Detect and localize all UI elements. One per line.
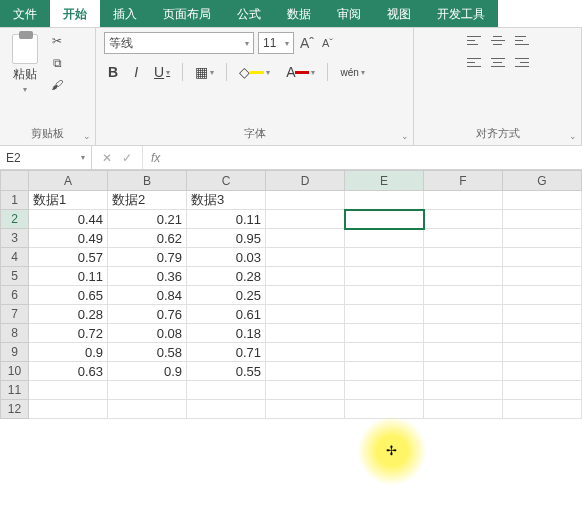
tab-data[interactable]: 数据 [274,0,324,27]
row-12[interactable]: 12 [1,400,29,419]
cell[interactable]: 0.57 [29,248,108,267]
cell[interactable] [187,381,266,400]
cell[interactable]: 0.71 [187,343,266,362]
cell[interactable] [424,248,503,267]
cell[interactable] [345,305,424,324]
tab-view[interactable]: 视图 [374,0,424,27]
cell[interactable] [503,305,582,324]
align-right-button[interactable] [513,54,531,70]
cell[interactable]: 0.76 [108,305,187,324]
tab-formula[interactable]: 公式 [224,0,274,27]
cell[interactable] [345,191,424,210]
cell[interactable] [345,343,424,362]
cell[interactable]: 0.44 [29,210,108,229]
bold-button[interactable]: B [104,62,122,82]
cell[interactable] [503,286,582,305]
cell[interactable]: 0.28 [187,267,266,286]
cell[interactable] [266,305,345,324]
cell[interactable]: 0.55 [187,362,266,381]
cell[interactable]: 0.61 [187,305,266,324]
cell[interactable] [266,381,345,400]
cell[interactable] [266,286,345,305]
underline-button[interactable]: U [150,62,174,82]
cell[interactable] [424,343,503,362]
tab-file[interactable]: 文件 [0,0,50,27]
border-button[interactable]: ▦ [191,62,218,82]
font-name-select[interactable]: 等线▾ [104,32,254,54]
cell[interactable] [345,324,424,343]
align-top-button[interactable] [465,32,483,48]
cell[interactable] [503,267,582,286]
row-1[interactable]: 1 [1,191,29,210]
cell[interactable] [424,324,503,343]
cell[interactable]: 0.49 [29,229,108,248]
cell[interactable]: 0.28 [29,305,108,324]
italic-button[interactable]: I [130,62,142,82]
cell[interactable]: 数据2 [108,191,187,210]
cell[interactable] [503,191,582,210]
cell[interactable] [266,343,345,362]
cell[interactable] [503,210,582,229]
tab-home[interactable]: 开始 [50,0,100,27]
col-E[interactable]: E [345,171,424,191]
tab-insert[interactable]: 插入 [100,0,150,27]
cell[interactable]: 0.18 [187,324,266,343]
spreadsheet-grid[interactable]: A B C D E F G 1数据1数据2数据320.440.210.1130.… [0,170,582,419]
align-bottom-button[interactable] [513,32,531,48]
cell[interactable] [424,381,503,400]
cell[interactable] [424,362,503,381]
increase-font-button[interactable]: Aˆ [298,35,316,51]
cell[interactable]: 0.21 [108,210,187,229]
cell[interactable]: 0.03 [187,248,266,267]
cell[interactable] [503,343,582,362]
cell[interactable]: 0.11 [29,267,108,286]
cell[interactable] [424,400,503,419]
cell[interactable] [345,229,424,248]
row-2[interactable]: 2 [1,210,29,229]
cell[interactable] [266,267,345,286]
phonetic-button[interactable]: wén [336,65,368,80]
row-9[interactable]: 9 [1,343,29,362]
copy-button[interactable]: ⧉ [48,54,66,72]
cell[interactable] [266,362,345,381]
cell[interactable] [503,229,582,248]
row-4[interactable]: 4 [1,248,29,267]
cell[interactable] [266,191,345,210]
cell[interactable]: 0.79 [108,248,187,267]
tab-review[interactable]: 审阅 [324,0,374,27]
cell[interactable] [108,381,187,400]
cell[interactable] [424,191,503,210]
col-G[interactable]: G [503,171,582,191]
cell[interactable] [29,381,108,400]
cell[interactable]: 0.36 [108,267,187,286]
cell[interactable] [424,229,503,248]
cell[interactable]: 0.62 [108,229,187,248]
select-all-corner[interactable] [1,171,29,191]
font-size-select[interactable]: 11▾ [258,32,294,54]
formula-input[interactable] [168,146,582,169]
row-11[interactable]: 11 [1,381,29,400]
cell[interactable] [503,248,582,267]
col-C[interactable]: C [187,171,266,191]
row-8[interactable]: 8 [1,324,29,343]
cell[interactable]: 0.9 [108,362,187,381]
decrease-font-button[interactable]: Aˇ [320,37,335,49]
align-left-button[interactable] [465,54,483,70]
cell[interactable] [503,381,582,400]
cell[interactable]: 0.25 [187,286,266,305]
cut-button[interactable]: ✂ [48,32,66,50]
tab-layout[interactable]: 页面布局 [150,0,224,27]
row-10[interactable]: 10 [1,362,29,381]
cell[interactable] [29,400,108,419]
col-F[interactable]: F [424,171,503,191]
cell[interactable]: 0.84 [108,286,187,305]
cell[interactable] [345,286,424,305]
row-3[interactable]: 3 [1,229,29,248]
name-box[interactable]: E2▾ [0,146,92,169]
align-middle-button[interactable] [489,32,507,48]
cell[interactable] [345,267,424,286]
format-painter-button[interactable]: 🖌 [48,76,66,94]
cell[interactable]: 0.11 [187,210,266,229]
cell[interactable]: 0.95 [187,229,266,248]
cell[interactable]: 0.9 [29,343,108,362]
